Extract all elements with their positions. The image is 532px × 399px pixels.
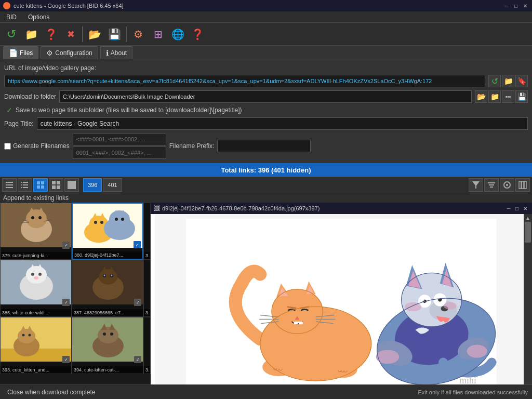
svg-rect-11 <box>37 185 40 189</box>
svg-rect-21 <box>490 187 493 188</box>
svg-point-57 <box>34 276 38 280</box>
view-grid-btn[interactable] <box>33 178 48 192</box>
filter-btn[interactable] <box>469 178 483 192</box>
view-medium-btn[interactable] <box>49 178 63 192</box>
maximize-button[interactable]: □ <box>512 2 520 9</box>
menu-bid[interactable]: BID <box>3 12 20 22</box>
svg-point-32 <box>31 216 34 219</box>
preview-title-bar: 🖼 d9l2jej-04f12be7-fb26-4678-8e0b-798a42… <box>151 203 532 214</box>
preview-maximize-btn[interactable]: □ <box>513 205 521 212</box>
image-row-1: ✓ 379. cute-jumping-ki... <box>0 203 151 260</box>
tab-about[interactable]: ℹ About <box>100 46 132 59</box>
thumb-label-395: 39 <box>144 366 150 374</box>
image-thumb-380[interactable]: ✓ 380. d9l2jej-04f12be7... <box>72 203 143 260</box>
view-list-btn[interactable] <box>18 178 32 192</box>
gen-filenames-label: Generate Filenames <box>4 142 70 150</box>
url-browser-btn[interactable]: 📁 <box>502 75 514 87</box>
preview-image: mihi <box>155 214 528 395</box>
image-thumb-394[interactable]: ✓ 394. cute-kitten-cat-... <box>72 317 143 374</box>
columns-btn[interactable] <box>515 178 530 192</box>
svg-point-86 <box>330 361 358 378</box>
grid-button[interactable]: ⊞ <box>149 25 167 44</box>
image-thumb-386[interactable]: ✓ 386. white-cute-wildl... <box>0 260 72 317</box>
page-title-input[interactable] <box>37 117 528 130</box>
save-button[interactable]: 💾 <box>105 25 124 44</box>
preview-minimize-btn[interactable]: ─ <box>505 205 512 212</box>
image-thumb-393[interactable]: ✓ 393. cute_kitten_and... <box>0 317 72 374</box>
refresh-button[interactable]: ↺ <box>2 25 21 44</box>
preview-close-btn[interactable]: ✕ <box>522 205 529 212</box>
svg-rect-25 <box>522 181 524 189</box>
tab-files[interactable]: 📄 Files <box>3 46 38 59</box>
image-thumb-379[interactable]: ✓ 379. cute-jumping-ki... <box>0 203 72 260</box>
yellow-folder-button[interactable]: 📂 <box>85 25 104 44</box>
svg-point-80 <box>103 332 106 336</box>
thumb-corner-386: ✓ <box>62 299 70 306</box>
save-folder-btn[interactable]: 💾 <box>515 90 528 103</box>
prefix-input[interactable] <box>217 140 311 152</box>
template-input-1[interactable] <box>73 133 166 145</box>
image-thumb-388[interactable]: 38 <box>143 260 151 317</box>
view-large-btn[interactable] <box>64 178 79 192</box>
image-thumb-381[interactable]: 38 <box>143 203 151 260</box>
svg-rect-24 <box>519 181 521 189</box>
thumb-label-394: 394. cute-kitten-cat-... <box>72 366 143 374</box>
svg-rect-0 <box>6 182 13 183</box>
minimize-button[interactable]: ─ <box>503 2 510 9</box>
image-thumb-387[interactable]: ✓ 387. 46829056865_e7... <box>72 260 143 317</box>
count-401-label: 401 <box>108 182 117 188</box>
download-row: Download to folder 📂 📁 ••• 💾 <box>4 90 528 103</box>
help-button[interactable]: ❓ <box>42 25 60 44</box>
svg-rect-15 <box>52 185 56 189</box>
url-row: URL of image/video gallery page: <box>4 64 528 72</box>
svg-point-70 <box>18 329 35 343</box>
thumb-corner-380: ✓ <box>134 241 141 248</box>
svg-point-85 <box>262 358 295 377</box>
thumb-label-386: 386. white-cute-wildl... <box>1 309 71 316</box>
preview-scrollbar[interactable]: ▲ ▼ <box>524 214 532 395</box>
svg-rect-12 <box>41 185 44 189</box>
append-row: Append to existing links <box>0 193 532 203</box>
folder-open-button[interactable]: 📁 <box>22 25 41 44</box>
page-title-row: Page Title: <box>4 117 528 130</box>
toolbar-separator-1 <box>82 26 83 42</box>
chrome-button[interactable]: 🌐 <box>168 25 187 44</box>
sort-btn[interactable] <box>484 178 499 192</box>
close-when-complete-btn[interactable]: Close when download complete <box>4 388 98 397</box>
gen-filenames-checkbox[interactable] <box>4 143 11 150</box>
view-list-detail-btn[interactable] <box>2 178 17 192</box>
svg-point-45 <box>109 210 130 228</box>
browse-folder-btn[interactable]: 📂 <box>475 90 487 103</box>
svg-point-74 <box>29 334 31 337</box>
config-icon: ⚙ <box>46 49 53 57</box>
count-396-btn[interactable]: 396 <box>83 178 102 192</box>
menu-bar: BID Options <box>0 11 532 23</box>
template-input-2[interactable] <box>73 147 166 159</box>
tab-configuration[interactable]: ⚙ Configuration <box>41 46 98 59</box>
svg-point-65 <box>104 275 105 276</box>
svg-rect-3 <box>23 182 28 183</box>
more-options-btn[interactable]: ••• <box>502 90 514 103</box>
settings-button[interactable]: ⚙ <box>129 25 148 44</box>
question-button[interactable]: ❓ <box>188 25 207 44</box>
url-refresh-btn[interactable]: ↺ <box>488 75 501 87</box>
url-input-row: ↺ 📁 🔖 <box>4 75 528 87</box>
image-thumb-395[interactable]: 39 <box>143 317 151 374</box>
svg-point-73 <box>22 334 25 337</box>
prefix-label: Filename Prefix: <box>169 142 215 150</box>
gen-filenames-row: Generate Filenames Filename Prefix: <box>4 133 528 159</box>
url-bookmark-btn[interactable]: 🔖 <box>515 75 528 87</box>
close-button[interactable]: ✕ <box>522 2 529 9</box>
stop-button[interactable]: ✖ <box>61 25 80 44</box>
svg-rect-13 <box>52 181 56 184</box>
url-input[interactable] <box>4 75 485 87</box>
svg-point-42 <box>94 221 97 224</box>
svg-rect-14 <box>57 181 60 184</box>
count-396-label: 396 <box>88 182 97 188</box>
download-path-input[interactable] <box>59 90 472 103</box>
count-401-btn[interactable]: 401 <box>103 178 122 192</box>
scroll-thumb[interactable] <box>525 222 531 243</box>
settings-icon-btn[interactable] <box>500 178 514 192</box>
menu-options[interactable]: Options <box>25 12 52 22</box>
open-folder-btn[interactable]: 📁 <box>488 90 501 103</box>
